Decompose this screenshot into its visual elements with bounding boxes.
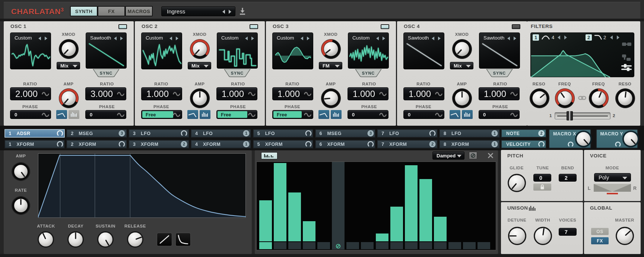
svg-text:3: 3 bbox=[369, 131, 371, 135]
svg-text:2: 2 bbox=[431, 142, 434, 146]
svg-text:SYNC: SYNC bbox=[100, 71, 113, 75]
svg-text:2: 2 bbox=[540, 131, 542, 135]
svg-text:SYNC: SYNC bbox=[231, 71, 244, 75]
svg-text:1: 1 bbox=[534, 35, 537, 40]
svg-text:1: 1 bbox=[494, 131, 496, 135]
svg-text:2: 2 bbox=[587, 35, 590, 40]
svg-text:2: 2 bbox=[183, 142, 185, 146]
svg-text:2: 2 bbox=[603, 35, 606, 40]
svg-text:1: 1 bbox=[245, 131, 247, 135]
svg-text:SYNC: SYNC bbox=[362, 71, 375, 75]
svg-text:4: 4 bbox=[552, 35, 554, 40]
svg-text:1: 1 bbox=[494, 142, 496, 146]
svg-text:1: 1 bbox=[245, 142, 247, 146]
svg-text:SYNC: SYNC bbox=[493, 71, 506, 75]
svg-text:3: 3 bbox=[121, 131, 123, 135]
